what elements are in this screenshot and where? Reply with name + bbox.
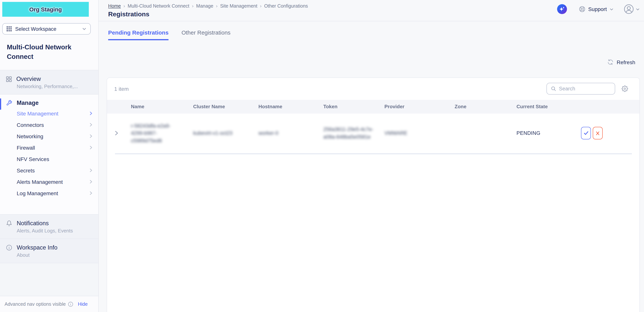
sidebar-item-label: Secrets bbox=[17, 167, 35, 173]
workspace-selector-label: Select Workspace bbox=[15, 26, 56, 32]
check-icon bbox=[583, 130, 589, 136]
sidebar-item-alerts-management[interactable]: Alerts Management bbox=[0, 176, 98, 187]
breadcrumb-item[interactable]: Site Management bbox=[220, 4, 257, 9]
sidebar-item-label: Notifications bbox=[17, 220, 49, 226]
cell-provider: VMWARE bbox=[384, 130, 455, 137]
account-menu[interactable] bbox=[624, 4, 640, 14]
cell-token: 256a3611-29e5-4c7e- a08a-648ba5e0581e bbox=[323, 126, 384, 141]
sidebar-item-label: Connectors bbox=[17, 122, 44, 128]
info-icon bbox=[6, 244, 12, 250]
cell-current-state: PENDING bbox=[516, 130, 581, 136]
sidebar-item-label: Workspace Info bbox=[17, 244, 58, 251]
chevron-right-icon bbox=[89, 111, 93, 115]
table-row: r-58243dfa-e2a9- 4299-b987- c5989d75ed6 … bbox=[107, 113, 640, 153]
table-header: Name Cluster Name Hostname Token Provide… bbox=[107, 100, 640, 113]
bell-icon bbox=[6, 220, 12, 226]
chevron-right-icon bbox=[89, 123, 93, 127]
column-header-zone: Zone bbox=[455, 104, 516, 109]
workspace-selector[interactable]: Select Workspace bbox=[2, 23, 91, 35]
sidebar-item-networking[interactable]: Networking bbox=[0, 130, 98, 142]
support-label: Support bbox=[588, 6, 607, 12]
hide-advanced-nav-link[interactable]: Hide bbox=[78, 301, 88, 307]
search-box bbox=[546, 83, 615, 95]
tab-other-registrations[interactable]: Other Registrations bbox=[182, 29, 230, 40]
breadcrumb-item[interactable]: Multi-Cloud Network Connect bbox=[128, 4, 189, 9]
chevron-right-icon bbox=[89, 168, 93, 172]
registrations-table-card: 1 item bbox=[107, 77, 640, 312]
topbar: Home › Multi-Cloud Network Connect › Man… bbox=[99, 0, 644, 21]
cell-actions bbox=[581, 127, 640, 140]
topbar-actions: Support bbox=[557, 0, 640, 18]
user-avatar-icon bbox=[624, 4, 634, 14]
sparkle-ai-icon bbox=[558, 6, 566, 13]
column-header-cluster-name: Cluster Name bbox=[193, 104, 258, 109]
sidebar-item-label: Manage bbox=[17, 99, 38, 106]
wrench-icon bbox=[6, 100, 12, 106]
search-input[interactable] bbox=[559, 86, 604, 92]
chevron-right-icon: › bbox=[121, 4, 128, 9]
column-header-provider: Provider bbox=[384, 104, 455, 109]
sidebar-item-subtitle: About bbox=[17, 252, 92, 258]
items-count: 1 item bbox=[114, 86, 129, 92]
refresh-button[interactable]: Refresh bbox=[607, 59, 635, 65]
sidebar-item-label: Overview bbox=[16, 75, 41, 82]
row-expand-icon[interactable] bbox=[107, 131, 131, 136]
sidebar-item-label: NFV Services bbox=[17, 156, 49, 162]
life-ring-icon bbox=[579, 6, 586, 13]
cell-name: r-58243dfa-e2a9- 4299-b987- c5989d75ed6 bbox=[131, 122, 193, 144]
sidebar-section-manage: Manage Site Management Connectors Networ… bbox=[0, 94, 98, 214]
column-header-name: Name bbox=[131, 104, 193, 109]
org-banner[interactable]: Org Staging bbox=[2, 2, 89, 17]
refresh-label: Refresh bbox=[617, 59, 635, 65]
sidebar-item-label: Firewall bbox=[17, 145, 35, 151]
workspace-title: Multi-Cloud Network Connect bbox=[7, 43, 89, 61]
ai-assistant-button[interactable] bbox=[557, 4, 567, 14]
sidebar-item-label: Log Management bbox=[17, 190, 58, 196]
sidebar-spacer bbox=[0, 263, 98, 296]
content: Home › Multi-Cloud Network Connect › Man… bbox=[99, 0, 644, 312]
sidebar-item-manage[interactable]: Manage bbox=[0, 94, 98, 108]
gear-icon[interactable] bbox=[622, 86, 628, 92]
tab-pending-registrations[interactable]: Pending Registrations bbox=[108, 29, 168, 40]
sidebar-item-subtitle: Alerts, Audit Logs, Events bbox=[17, 228, 92, 233]
grid-dots-icon bbox=[6, 26, 12, 32]
x-icon bbox=[595, 131, 600, 136]
sidebar-item-secrets[interactable]: Secrets bbox=[0, 165, 98, 176]
column-header-token: Token bbox=[323, 104, 384, 109]
cell-hostname: worker-0 bbox=[258, 130, 323, 137]
chevron-down-icon bbox=[82, 27, 86, 31]
sidebar-item-log-management[interactable]: Log Management bbox=[0, 187, 98, 199]
support-menu[interactable]: Support bbox=[579, 6, 614, 13]
chevron-down-icon bbox=[636, 7, 640, 11]
column-header-current-state: Current State bbox=[516, 104, 581, 109]
app-root: Org Staging Select Workspace Multi-Cloud… bbox=[0, 0, 644, 312]
sidebar-item-workspace-info[interactable]: Workspace Info About bbox=[0, 238, 98, 263]
sidebar-item-label: Alerts Management bbox=[17, 179, 63, 185]
sidebar-item-connectors[interactable]: Connectors bbox=[0, 119, 98, 130]
breadcrumb-item[interactable]: Manage bbox=[196, 4, 213, 9]
breadcrumb-home[interactable]: Home bbox=[108, 4, 121, 9]
chevron-right-icon bbox=[89, 134, 93, 138]
sidebar-footer: Advanced nav options visible Hide bbox=[0, 296, 98, 312]
sidebar-item-subtitle: Networking, Performance,... bbox=[17, 83, 92, 89]
chevron-right-icon: › bbox=[189, 4, 196, 9]
column-header-hostname: Hostname bbox=[258, 104, 323, 109]
chevron-right-icon bbox=[89, 191, 93, 195]
reject-button[interactable] bbox=[593, 127, 603, 140]
sidebar-item-firewall[interactable]: Firewall bbox=[0, 142, 98, 153]
chevron-right-icon bbox=[89, 180, 93, 184]
sidebar-item-label: Site Management bbox=[17, 110, 58, 116]
approve-button[interactable] bbox=[581, 127, 591, 140]
sidebar-item-notifications[interactable]: Notifications Alerts, Audit Logs, Events bbox=[0, 214, 98, 238]
row-divider bbox=[115, 153, 632, 154]
advanced-nav-text: Advanced nav options visible bbox=[4, 301, 66, 307]
breadcrumb-item[interactable]: Other Configurations bbox=[264, 4, 308, 9]
sidebar-item-site-management[interactable]: Site Management bbox=[0, 108, 98, 119]
chevron-down-icon bbox=[610, 7, 614, 11]
sidebar-item-overview[interactable]: Overview Networking, Performance,... bbox=[0, 70, 98, 94]
tabs: Pending Registrations Other Registration… bbox=[99, 29, 644, 40]
chevron-right-icon: › bbox=[257, 4, 264, 9]
cell-cluster-name: kubevirt-v1-oct23 bbox=[193, 130, 258, 137]
sidebar-item-nfv-services[interactable]: NFV Services bbox=[0, 153, 98, 165]
info-icon bbox=[68, 301, 73, 307]
